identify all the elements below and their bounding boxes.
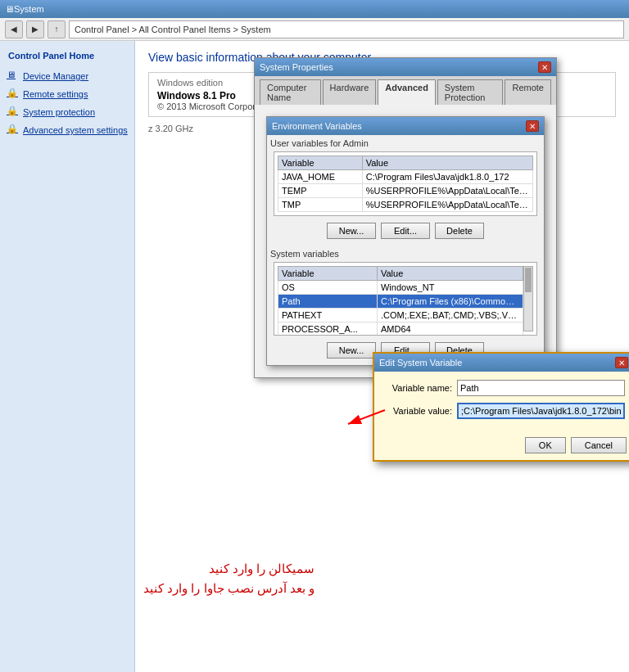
edit-cancel-button[interactable]: Cancel [571, 437, 627, 453]
advanced-settings-label: Advanced system settings [23, 125, 128, 135]
table-row[interactable]: JAVA_HOME C:\Program Files\Java\jdk1.8.0… [278, 170, 533, 184]
edit-system-variable-dialog: Edit System Variable ✕ Variable name: Va… [373, 352, 629, 462]
sidebar-home-link[interactable]: Control Panel Home [0, 47, 134, 67]
table-row[interactable]: OS Windows_NT [278, 281, 523, 295]
red-arrow [340, 406, 389, 433]
address-path: Control Panel > All Control Panel Items … [69, 20, 624, 38]
device-manager-icon: 🖥 [7, 70, 20, 83]
table-row[interactable]: Path C:\Program Files (x86)\Common Files… [278, 295, 523, 309]
sys-var-pathext-value: .COM;.EXE;.BAT;.CMD;.VBS;.VBE;.JS;... [377, 309, 523, 322]
edit-ok-button[interactable]: OK [525, 437, 566, 453]
address-text: Control Panel > All Control Panel Items … [75, 25, 271, 34]
sidebar: Control Panel Home 🖥 Device Manager 🔒 Re… [0, 41, 135, 672]
table-row[interactable]: TMP %USERPROFILE%\AppData\Local\Temp [278, 198, 533, 212]
tab-computer-name[interactable]: Computer Name [260, 79, 321, 105]
variable-name-label: Variable name: [382, 383, 452, 393]
dialog-content: Environment Variables ✕ User variables f… [255, 105, 556, 377]
edit-dialog-buttons: OK Cancel [374, 434, 629, 460]
system-protection-icon: 🔒 [7, 106, 20, 119]
env-dialog-title: Environment Variables [272, 121, 362, 131]
annotation-line2: و بعد آدرس نصب جاوا را وارد کنید [143, 579, 314, 598]
user-var-tmp-name: TMP [278, 198, 363, 212]
variable-value-row: Variable value: [382, 403, 625, 419]
tab-advanced[interactable]: Advanced [378, 79, 436, 105]
sys-var-os-value: Windows_NT [377, 281, 523, 295]
up-button[interactable]: ↑ [48, 20, 66, 38]
env-dialog-close-button[interactable]: ✕ [526, 120, 539, 132]
sidebar-item-advanced-settings[interactable]: 🔒 Advanced system settings [0, 121, 134, 139]
sidebar-item-system-protection[interactable]: 🔒 System protection [0, 103, 134, 121]
variable-name-row: Variable name: [382, 380, 625, 396]
user-var-col-value: Value [362, 156, 532, 170]
advanced-settings-icon: 🔒 [7, 124, 20, 137]
dialog-title-text: System Properties [260, 62, 333, 72]
device-manager-label: Device Manager [23, 71, 88, 81]
system-variables-title: System variables [270, 249, 541, 259]
sys-var-processor-name: PROCESSOR_A... [278, 322, 378, 336]
sidebar-item-remote-settings[interactable]: 🔒 Remote settings [0, 85, 134, 103]
user-var-delete-button[interactable]: Delete [435, 223, 484, 239]
variable-name-input[interactable] [457, 380, 625, 396]
content-area: View basic information about your comput… [135, 41, 629, 672]
user-var-temp-value: %USERPROFILE%\AppData\Local\Temp [362, 184, 532, 198]
tab-remote[interactable]: Remote [505, 79, 551, 105]
user-variables-title: User variables for Admin [270, 138, 541, 148]
annotation-line1: سمیکالن را وارد کنید [143, 559, 314, 579]
sys-var-processor-value: AMD64 [377, 322, 523, 336]
user-var-temp-name: TEMP [278, 184, 363, 198]
environment-variables-dialog: Environment Variables ✕ User variables f… [266, 116, 545, 366]
system-protection-label: System protection [23, 107, 95, 117]
user-var-edit-button[interactable]: Edit... [381, 223, 430, 239]
user-var-new-button[interactable]: New... [327, 223, 376, 239]
sys-var-pathext-name: PATHEXT [278, 309, 378, 322]
table-row[interactable]: PROCESSOR_A... AMD64 [278, 322, 523, 336]
tab-hardware[interactable]: Hardware [323, 79, 377, 105]
remote-settings-label: Remote settings [23, 89, 88, 99]
env-dialog-title-bar: Environment Variables ✕ [267, 117, 544, 135]
dialog-box: System Properties ✕ Computer Name Hardwa… [254, 57, 557, 378]
edit-dialog-close-button[interactable]: ✕ [615, 357, 628, 368]
user-variables-table: Variable Value JAVA_HOME C:\Program File… [278, 156, 533, 212]
tab-system-protection[interactable]: System Protection [437, 79, 504, 105]
variable-value-input[interactable] [457, 403, 625, 419]
sys-var-path-value: C:\Program Files (x86)\Common Files\O... [377, 295, 523, 309]
dialog-close-button[interactable]: ✕ [538, 61, 551, 73]
sys-var-col-variable: Variable [278, 267, 378, 281]
forward-button[interactable]: ▶ [26, 20, 44, 38]
sys-var-path-name: Path [278, 295, 378, 309]
user-var-buttons: New... Edit... Delete [270, 219, 541, 242]
edit-dialog-title-bar: Edit System Variable ✕ [374, 354, 629, 372]
sys-var-col-value: Value [377, 267, 523, 281]
edit-dialog-body: Variable name: Variable value: [374, 372, 629, 434]
arrow-svg [340, 406, 389, 431]
svg-line-1 [348, 410, 385, 424]
system-variables-table: Variable Value OS Windows_NT [278, 266, 523, 336]
scroll-thumb [525, 268, 532, 292]
remote-settings-icon: 🔒 [7, 88, 20, 101]
user-var-java-home-name: JAVA_HOME [278, 170, 363, 184]
sidebar-item-device-manager[interactable]: 🖥 Device Manager [0, 67, 134, 85]
title-bar: 🖥 System [0, 0, 629, 18]
scrollbar[interactable] [523, 266, 533, 331]
user-var-tmp-value: %USERPROFILE%\AppData\Local\Temp [362, 198, 532, 212]
sys-var-os-name: OS [278, 281, 378, 295]
main-layout: Control Panel Home 🖥 Device Manager 🔒 Re… [0, 41, 629, 672]
system-variables-table-container: Variable Value OS Windows_NT [274, 262, 537, 336]
sys-var-new-button[interactable]: New... [327, 342, 376, 359]
user-var-java-home-value: C:\Program Files\Java\jdk1.8.0_172 [362, 170, 532, 184]
dialog-title-bar: System Properties ✕ [255, 58, 556, 76]
edit-dialog-title-text: Edit System Variable [379, 358, 462, 368]
table-row[interactable]: PATHEXT .COM;.EXE;.BAT;.CMD;.VBS;.VBE;.J… [278, 309, 523, 322]
back-button[interactable]: ◀ [5, 20, 23, 38]
system-properties-dialog: System Properties ✕ Computer Name Hardwa… [254, 57, 557, 378]
table-row[interactable]: TEMP %USERPROFILE%\AppData\Local\Temp [278, 184, 533, 198]
dialog-tabs: Computer Name Hardware Advanced System P… [255, 76, 556, 105]
title-bar-icon: 🖥 [5, 4, 14, 14]
user-var-col-variable: Variable [278, 156, 363, 170]
annotation-text: سمیکالن را وارد کنید و بعد آدرس نصب جاوا… [143, 559, 314, 598]
user-variables-section: User variables for Admin Variable Value [267, 135, 544, 246]
system-variables-section: System variables Variable Value [267, 246, 544, 365]
address-bar: ◀ ▶ ↑ Control Panel > All Control Panel … [0, 18, 629, 41]
variable-value-label: Variable value: [382, 406, 452, 416]
title-bar-text: System [14, 4, 44, 14]
